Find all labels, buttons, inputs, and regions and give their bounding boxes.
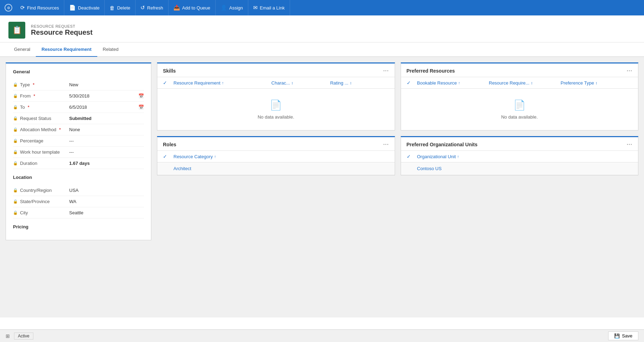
lock-icon: 🔒 xyxy=(13,82,18,87)
header-text: RESOURCE REQUEST Resource Request xyxy=(31,24,93,36)
main-content: General 🔒 Type * New 🔒 From * 5/30/2018 … xyxy=(0,57,644,317)
org-col-organizational-unit[interactable]: Organizational Unit ↑ xyxy=(417,154,633,159)
percentage-field-row: 🔒 Percentage --- xyxy=(13,135,144,147)
calendar-icon[interactable]: 📅 xyxy=(138,105,144,110)
preferred-col-preference-type[interactable]: Preference Type ↕ xyxy=(561,80,633,86)
duration-label: 🔒 Duration xyxy=(13,161,69,166)
contoso-us-value[interactable]: Contoso US xyxy=(417,166,633,171)
percentage-label: 🔒 Percentage xyxy=(13,138,69,143)
type-value[interactable]: New xyxy=(69,82,144,87)
preferred-resources-no-data: 📄 No data available. xyxy=(401,89,638,130)
delete-icon: 🗑 xyxy=(110,5,115,11)
top-panels-row: Skills ··· ✓ Resource Requirement ↑ Char… xyxy=(157,62,638,130)
page-header: 📋 RESOURCE REQUEST Resource Request xyxy=(0,15,644,42)
add-to-queue-icon: 📥 xyxy=(173,5,180,11)
refresh-button[interactable]: ↺ Refresh xyxy=(136,0,169,15)
assign-icon: 👤 xyxy=(221,5,227,11)
top-navigation-bar: ⚙ ⟳ Find Resources 📄 Deactivate 🗑 Delete… xyxy=(0,0,644,15)
skills-no-data: 📄 No data available. xyxy=(157,89,395,130)
assign-button[interactable]: 👤 Assign xyxy=(216,0,248,15)
calendar-icon[interactable]: 📅 xyxy=(138,93,144,99)
sort-icon: ↕ xyxy=(291,81,294,85)
preferred-org-title: Preferred Organizational Units xyxy=(407,142,478,147)
skills-title: Skills xyxy=(163,68,176,74)
location-section-title: Location xyxy=(13,175,144,180)
lock-icon: 🔒 xyxy=(13,199,18,204)
skills-panel-header: Skills ··· xyxy=(157,63,395,77)
request-status-field-row: 🔒 Request Status Submitted xyxy=(13,113,144,124)
find-resources-icon: ⟳ xyxy=(20,5,25,11)
tab-general[interactable]: General xyxy=(8,42,36,57)
country-label: 🔒 Country/Region xyxy=(13,188,69,193)
find-resources-button[interactable]: ⟳ Find Resources xyxy=(15,0,64,15)
skills-col-characteristics[interactable]: Charac... ↕ xyxy=(271,80,330,86)
app-logo: ⚙ xyxy=(3,0,14,15)
sort-icon: ↕ xyxy=(596,81,598,85)
architect-value[interactable]: Architect xyxy=(173,166,389,171)
duration-field-row: 🔒 Duration 1.67 days xyxy=(13,158,144,169)
allocation-method-label: 🔒 Allocation Method * xyxy=(13,127,69,132)
request-status-value[interactable]: Submitted xyxy=(69,116,144,121)
roles-architect-row[interactable]: Architect xyxy=(157,162,395,175)
skills-panel: Skills ··· ✓ Resource Requirement ↑ Char… xyxy=(157,62,395,130)
to-value[interactable]: 6/5/2018 📅 xyxy=(69,105,144,110)
city-field-row: 🔒 City Seattle xyxy=(13,207,144,219)
deactivate-icon: 📄 xyxy=(69,5,76,11)
roles-check-all[interactable]: ✓ xyxy=(163,154,173,159)
roles-table-header: ✓ Resource Category ↑ xyxy=(157,151,395,162)
lock-icon: 🔒 xyxy=(13,127,18,132)
tab-resource-requirement[interactable]: Resource Requirement xyxy=(36,42,97,57)
allocation-method-field-row: 🔒 Allocation Method * None xyxy=(13,124,144,135)
skills-col-rating[interactable]: Rating ... ↕ xyxy=(330,80,389,86)
required-marker: * xyxy=(33,82,34,87)
preferred-org-panel: Preferred Organizational Units ··· ✓ Org… xyxy=(401,136,639,175)
bottom-panels-row: Roles ··· ✓ Resource Category ↑ Architec… xyxy=(157,136,638,175)
preferred-col-resource-require[interactable]: Resource Require... ↕ xyxy=(489,80,561,86)
type-label: 🔒 Type * xyxy=(13,82,69,87)
country-value[interactable]: USA xyxy=(69,188,144,193)
preferred-resources-table-header: ✓ Bookable Resource ↑ Resource Require..… xyxy=(401,77,638,89)
delete-button[interactable]: 🗑 Delete xyxy=(105,0,136,15)
record-title: Resource Request xyxy=(31,28,93,36)
no-data-icon: 📄 xyxy=(270,99,282,111)
roles-col-resource-category[interactable]: Resource Category ↑ xyxy=(173,154,389,159)
city-label: 🔒 City xyxy=(13,210,69,215)
lock-icon: 🔒 xyxy=(13,150,18,154)
to-field-row: 🔒 To * 6/5/2018 📅 xyxy=(13,102,144,113)
preferred-check-all[interactable]: ✓ xyxy=(407,80,417,86)
state-value[interactable]: WA xyxy=(69,199,144,204)
allocation-method-value[interactable]: None xyxy=(69,127,144,132)
email-a-link-button[interactable]: ✉ Email a Link xyxy=(248,0,290,15)
skills-table-header: ✓ Resource Requirement ↑ Charac... ↕ Rat… xyxy=(157,77,395,89)
city-value[interactable]: Seattle xyxy=(69,210,144,215)
general-panel: General 🔒 Type * New 🔒 From * 5/30/2018 … xyxy=(6,62,151,240)
roles-title: Roles xyxy=(163,142,176,147)
org-contoso-us-row[interactable]: Contoso US xyxy=(401,162,638,175)
to-label: 🔒 To * xyxy=(13,105,69,110)
percentage-value[interactable]: --- xyxy=(69,138,144,143)
lock-icon: 🔒 xyxy=(13,161,18,166)
roles-more-button[interactable]: ··· xyxy=(383,141,389,148)
lock-icon: 🔒 xyxy=(13,210,18,215)
state-field-row: 🔒 State/Province WA xyxy=(13,196,144,207)
from-value[interactable]: 5/30/2018 📅 xyxy=(69,93,144,99)
skills-more-button[interactable]: ··· xyxy=(383,68,389,74)
sort-icon: ↑ xyxy=(457,154,459,159)
work-hour-template-value[interactable]: --- xyxy=(69,149,144,155)
skills-col-resource-requirement[interactable]: Resource Requirement ↑ xyxy=(173,80,271,86)
deactivate-button[interactable]: 📄 Deactivate xyxy=(64,0,105,15)
tab-bar: General Resource Requirement Related xyxy=(0,42,644,57)
state-label: 🔒 State/Province xyxy=(13,199,69,204)
work-hour-template-label: 🔒 Work hour template xyxy=(13,149,69,155)
skills-check-all[interactable]: ✓ xyxy=(163,80,173,86)
add-to-queue-button[interactable]: 📥 Add to Queue xyxy=(169,0,216,15)
tab-related[interactable]: Related xyxy=(97,42,124,57)
general-section-title: General xyxy=(13,69,144,74)
lock-icon: 🔒 xyxy=(13,188,18,193)
roles-panel-header: Roles ··· xyxy=(157,137,395,151)
preferred-resources-panel: Preferred Resources ··· ✓ Bookable Resou… xyxy=(401,62,639,130)
preferred-org-more-button[interactable]: ··· xyxy=(627,141,632,148)
preferred-resources-more-button[interactable]: ··· xyxy=(627,68,632,74)
org-check-all[interactable]: ✓ xyxy=(407,154,417,159)
preferred-col-bookable-resource[interactable]: Bookable Resource ↑ xyxy=(417,80,489,86)
